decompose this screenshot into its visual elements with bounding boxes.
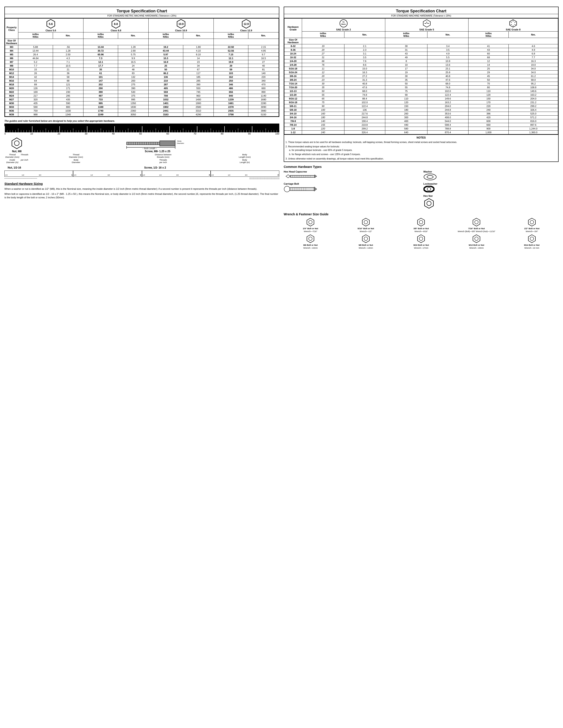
- inch-section-1: 1/4 1/2 3/4 1: [5, 171, 73, 176]
- note-1: These torque values are to be used for a…: [288, 141, 558, 144]
- sizing-para1: When a washer or nut is identified as 1/…: [4, 187, 279, 191]
- r-c1-inlbs-header: in/lbsft/lbs: [302, 32, 345, 38]
- class109-header: 10.9 Class 10.9: [148, 19, 213, 32]
- c2-nm-header: Nm.: [118, 32, 148, 39]
- wrench-item: M6 Bolt or Nut Wrench—10mm: [284, 234, 337, 249]
- wrench-item: 1/4" Bolt or Nut Wrench—7/16": [284, 218, 337, 233]
- nut-m8-icon: [10, 137, 23, 149]
- note-2-subs: for prevailing torque locknuts - use 65%…: [292, 148, 558, 156]
- left-table-row: M24 217 295 497 375 708 960 840 1140: [5, 94, 279, 98]
- wrench-size-label: 1/4" Bolt or Nut: [303, 227, 318, 230]
- wrench-size-label: 7/16" Bolt or Nut: [468, 227, 485, 230]
- left-table-row: M22 169 230 390 530 559 745 656 890: [5, 90, 279, 94]
- left-panel: Torque Specification Chart FOR STANDARD …: [4, 7, 279, 249]
- svg-marker-70: [314, 187, 317, 191]
- left-table-row: M39 988 1340 2249 3050 3163 4290 3798 51…: [5, 113, 279, 116]
- sae-grade8-label: SAE Grade 8: [506, 28, 521, 31]
- r-c2-inlbs-header: in/lbsft/lbs: [385, 32, 428, 38]
- carriage-bolt-item: Carriage Bolt: [284, 182, 419, 193]
- right-table-row: 5/8-11 90 122.4 150 204.0 220 299.2: [285, 104, 558, 108]
- wrench-label: Wrench—13mm: [359, 247, 373, 249]
- r-c2-nm-header: Nm.: [428, 32, 468, 38]
- lockwasher-icon: [424, 186, 435, 192]
- right-chart-box: Torque Specification Chart FOR STANDARD …: [284, 7, 559, 162]
- right-table-row: 10-32 31 3.5 49 5.5 68 7.7: [285, 56, 558, 59]
- class129-header: 12.9 Class 12.9: [213, 19, 278, 32]
- svg-rect-48: [290, 175, 315, 177]
- wrench-grid: 1/4" Bolt or Nut Wrench—7/16" 5/16" Bolt…: [284, 218, 559, 249]
- class88-header: 8.8 Class 8.8: [83, 19, 148, 32]
- svg-text:12.9: 12.9: [243, 23, 249, 26]
- right-table-row: 1/2-20 55 74.8 90 122.4 120 163.2: [285, 93, 558, 97]
- lockwasher-item: Lockwasher: [424, 182, 559, 193]
- wrench-size-label: 5/16" Bolt or Nut: [358, 227, 374, 230]
- sizing-para2: When bolt or capscrew is identified as 1…: [4, 192, 279, 199]
- wrench-item: 7/16" Bolt or Nut Wrench (Bolt)—5/8" Wre…: [450, 218, 503, 233]
- size-of-hardware-header: Size OfHardware: [5, 39, 18, 45]
- wrench-size-label: M8 Bolt or Nut: [359, 244, 373, 246]
- ruler-note: The guides and ruler furnished below are…: [4, 120, 279, 122]
- wrench-hex-icon: [362, 234, 370, 243]
- wrench-item: M12 Bolt or Nut Wrench—19mm: [450, 234, 503, 249]
- left-table-body: M3 5.88 .56 13.44 1.28 19.2 1.80 22.92 2…: [5, 45, 279, 116]
- washer-item: Washer: [424, 170, 559, 181]
- svg-text:←Body Length→: ←Body Length→: [142, 147, 157, 149]
- right-table-row: 1-8 220 299.2 580 788.8 900 1,244.0: [285, 127, 558, 131]
- inch-ruler-visual: 1/4 1/2 3/4 1 1/4 1/2 3/4 2 1/4 1/2 3/4 …: [4, 171, 279, 177]
- wrench-label: Wrench—7/16": [304, 230, 317, 233]
- inch-section-3: 1/4 1/2 3/4 3: [142, 171, 211, 176]
- note-2: Recommended seating torque values for lo…: [288, 145, 558, 156]
- right-table-body: 8-32 19 2.1 30 3.4 41 4.6 8-36 20 2.3 31…: [285, 44, 558, 134]
- wrench-hex-icon: [472, 234, 481, 243]
- size-col-header1: [18, 39, 83, 45]
- left-table-row: M5 26.4 2.50 60.96 5.75 5.97 8.10 7.15 9…: [5, 53, 279, 56]
- inch-section-2: 1/4 1/2 3/4 2: [73, 171, 142, 176]
- left-table-row: M20 126 171 290 390 405 550 486 660: [5, 86, 279, 90]
- screw-m8-icon: Body Diameter ←Body Length→: [36, 137, 279, 149]
- wrench-item: 3/8" Bolt or Nut Wrench—9/16": [394, 218, 448, 233]
- left-torque-table: PropertyClass 5.6 Class 5.6: [5, 18, 279, 116]
- hex-capscrew-item: Hex Head Capscrew: [284, 170, 419, 181]
- right-table-row: 7/8-9 140 190.4 400 544.0 600 816.0: [285, 119, 558, 123]
- screw-m8-label: Screw, M8- 1.25 x 25: [36, 150, 279, 153]
- svg-point-84: [530, 220, 534, 224]
- carriage-bolt-icon: [284, 186, 319, 192]
- nut-m8-label: Nut, M8: [4, 150, 29, 153]
- svg-point-82: [475, 220, 478, 224]
- wrench-hex-icon: [306, 218, 315, 227]
- r-size-col3: [468, 38, 558, 44]
- svg-rect-25: [160, 141, 175, 146]
- left-table-row: M33 590 800 1349 1830 1902 2580 2278 309…: [5, 105, 279, 109]
- size-col-header3: [148, 39, 213, 45]
- left-table-row: M36 759 1030 1740 2360 2441 3310 2935 39…: [5, 109, 279, 113]
- screw-param-table: ThreadDiameter (mm) Distance betweenthre…: [36, 153, 279, 164]
- left-table-row: M7 5.2 7.1 12.1 16.5 16.9 23 19.9 27: [5, 60, 279, 64]
- note-3: Unless otherwise noted on assembly drawi…: [288, 157, 558, 161]
- svg-text:8.8: 8.8: [114, 22, 118, 26]
- r-size-header: Size OfHardware: [285, 38, 302, 44]
- notes-title: NOTES: [284, 136, 558, 139]
- hex-capscrew-icon: [284, 174, 319, 179]
- svg-point-94: [530, 237, 534, 240]
- c3-inlbs-header: in/lbsft/lbs: [148, 32, 183, 39]
- r-size-col1: [302, 38, 385, 44]
- wrench-size-label: M10 Bolt or Nut: [413, 244, 429, 246]
- svg-point-88: [364, 237, 368, 240]
- wrench-label: Wrench—19mm: [469, 247, 484, 249]
- left-table-row: M27 320 435 733 995 1032 1400 1239 1680: [5, 98, 279, 101]
- right-torque-table: HardwareGrade No Marks SAE Grade 2: [284, 18, 558, 134]
- left-table-row: M18 89 121 202 275 287 390 346 470: [5, 83, 279, 86]
- right-table-row: 1/4-28 76 8.6 10 13.6 14 19.0: [285, 63, 558, 67]
- c1-inlbs-header: in/lbsft/lbs: [18, 32, 53, 39]
- sizing-section: Standard Hardware Sizing When a washer o…: [4, 182, 279, 199]
- inch-ruler-submarks: ⌐⌐⌐⌐⌐⌐⌐⌐⌐⌐⌐⌐⌐⌐⌐⌐⌐⌐⌐⌐⌐⌐⌐⌐⌐⌐⌐⌐⌐⌐ | | | | |…: [4, 177, 279, 179]
- right-table-row: 9/16-12 65 88.4 110 149.6 150 204.0: [285, 97, 558, 101]
- sae-grade5-label: SAE Grade 5: [419, 28, 434, 31]
- right-chart-subtitle: FOR STANDARD MACHINE HARDWARE (Tolerance…: [284, 14, 558, 18]
- right-table-row: 1-12 240 326.4 640 870.4 1,000 1,360.0: [285, 131, 558, 134]
- wrench-label: Wrench—10mm: [304, 247, 318, 249]
- property-class-header: PropertyClass: [5, 19, 18, 39]
- class88-label: Class 8.8: [111, 29, 121, 32]
- right-table-row: 5/8-18 100 136 180 244.8 240 326.4: [285, 108, 558, 112]
- screw-m8-diagram: Body Diameter ←Body Length→ Screw, M8- 1…: [36, 137, 279, 164]
